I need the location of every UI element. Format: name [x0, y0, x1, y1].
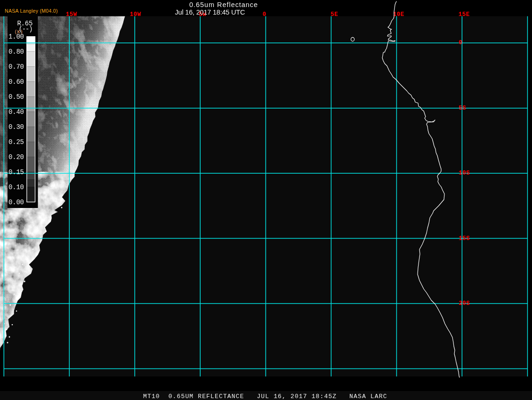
svg-text:0.40: 0.40: [8, 108, 24, 116]
svg-text:20S: 20S: [459, 300, 470, 307]
svg-text:0.15: 0.15: [8, 168, 24, 176]
svg-text:0: 0: [459, 40, 462, 46]
svg-text:0.25: 0.25: [8, 138, 24, 146]
svg-text:0.10: 0.10: [8, 184, 24, 191]
svg-text:15E: 15E: [458, 11, 469, 18]
svg-text:10S: 10S: [459, 170, 470, 176]
svg-text:NASA Langley (M04.0): NASA Langley (M04.0): [5, 8, 58, 14]
svg-text:0: 0: [262, 11, 266, 18]
svg-text:(K): (K): [15, 30, 23, 35]
svg-text:MT10 0.65UM REFLECTANCE JUL: MT10 0.65UM REFLECTANCE JUL 16, 2017 18:…: [143, 393, 387, 400]
svg-text:5S: 5S: [459, 105, 466, 112]
svg-text:5E: 5E: [330, 11, 338, 18]
svg-text:0.50: 0.50: [8, 93, 24, 101]
svg-text:Jul 16, 2017 18:45 UTC: Jul 16, 2017 18:45 UTC: [175, 8, 245, 16]
svg-text:0.65um Reflectance: 0.65um Reflectance: [189, 1, 258, 8]
svg-text:10W: 10W: [129, 11, 141, 18]
svg-text:0.00: 0.00: [8, 199, 24, 206]
svg-text:0.60: 0.60: [8, 78, 24, 86]
svg-text:0.30: 0.30: [8, 123, 24, 131]
svg-text:0.20: 0.20: [8, 153, 24, 161]
svg-text:10E: 10E: [393, 11, 404, 18]
svg-text:15W: 15W: [65, 11, 77, 18]
svg-text:0.80: 0.80: [8, 48, 24, 56]
svg-text:0.70: 0.70: [8, 63, 24, 71]
svg-text:15S: 15S: [459, 235, 470, 242]
